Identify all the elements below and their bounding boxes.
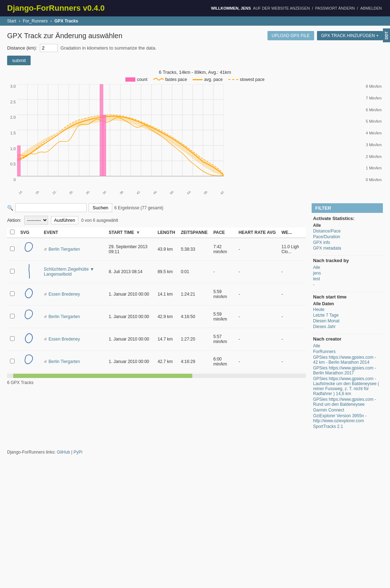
legend-fastest-label: fastes pace bbox=[165, 77, 187, 82]
filter-header: FILTER bbox=[312, 203, 383, 213]
row-pace: 7:42 min/km bbox=[210, 238, 236, 261]
x-label: 22.0-24.0km bbox=[52, 191, 66, 195]
breadcrumb: Start › For_Runners › GPX Tracks bbox=[0, 16, 390, 26]
x-label: 30.0-32.0km bbox=[85, 191, 99, 195]
filter-creator-laufstrecke[interactable]: GPSies https://www.gpsies.com - Laufstre… bbox=[313, 376, 381, 397]
x-label: 38.0-40.0km bbox=[119, 191, 133, 195]
nav-logout[interactable]: ABMELDEN bbox=[360, 6, 382, 10]
filter-creator-berlin2014[interactable]: GPSies https://www.gpsies.com - 42 km - … bbox=[313, 354, 381, 365]
row-select-checkbox[interactable] bbox=[10, 359, 15, 363]
loop-icon: ↺ bbox=[44, 315, 47, 319]
nav-password[interactable]: PASSWORT ÄNDERN bbox=[315, 6, 355, 10]
filter-time-alle[interactable]: Alle Daten bbox=[313, 301, 381, 307]
event-link[interactable]: Essen Bredeney bbox=[48, 292, 80, 297]
tracked-by-title: Nach tracked by bbox=[313, 258, 381, 263]
x-label: 46.0-48.0km bbox=[152, 191, 167, 195]
footer-github-link[interactable]: GitHub bbox=[57, 450, 70, 455]
filter-time-monat[interactable]: Diesen Monat bbox=[313, 318, 381, 324]
row-start-time: 1. Januar 2010 00:00 bbox=[106, 328, 155, 351]
breadcrumb-start[interactable]: Start bbox=[7, 19, 16, 24]
filter-creator-forrunners[interactable]: ForRunners bbox=[313, 349, 381, 354]
action-select[interactable]: --------- bbox=[24, 216, 48, 225]
event-link[interactable]: Berlin Tiergarten bbox=[48, 314, 80, 319]
upload-gpx-button[interactable]: UPLOAD GPX FILE bbox=[267, 31, 314, 40]
search-button[interactable]: Suchen bbox=[89, 203, 112, 212]
table-row: Schlüchtern Ziegelhütte ▼ Langenselbold … bbox=[7, 261, 306, 283]
event-link[interactable]: Berlin Tiergarten bbox=[48, 247, 80, 252]
ddt-badge: DDT bbox=[383, 29, 390, 42]
legend-avg-icon bbox=[193, 79, 203, 80]
row-svg bbox=[17, 306, 41, 328]
y-left-20: 2.0 bbox=[7, 115, 16, 119]
filter-time-7tage[interactable]: Letzte 7 Tage bbox=[313, 312, 381, 318]
row-svg bbox=[17, 351, 41, 373]
sidebar: FILTER Activate Statistics: Alle Distanc… bbox=[312, 203, 383, 434]
row-select-checkbox[interactable] bbox=[10, 314, 15, 318]
filter-creator-alle[interactable]: Alle bbox=[313, 343, 381, 349]
loop-icon: ↺ bbox=[44, 292, 47, 296]
row-zeitspanne: 1:27:20 bbox=[178, 328, 210, 351]
distance-input[interactable] bbox=[40, 44, 58, 52]
row-select-checkbox[interactable] bbox=[10, 269, 15, 273]
scrollbar-thumb bbox=[13, 374, 192, 378]
event-link[interactable]: Essen Bredeney bbox=[48, 337, 80, 342]
row-checkbox bbox=[7, 328, 17, 351]
row-heart-rate: - bbox=[236, 261, 279, 283]
row-select-checkbox[interactable] bbox=[10, 246, 15, 251]
y-right-5: 5 Min/km bbox=[366, 119, 383, 123]
filter-tracked-alle[interactable]: Alle bbox=[313, 265, 381, 270]
filter-time-jahr[interactable]: Dieses Jahr bbox=[313, 324, 381, 329]
filter-gpx-info[interactable]: GPX info bbox=[313, 240, 381, 245]
row-zeitspanne: 5:38:33 bbox=[178, 238, 210, 261]
row-pace: - bbox=[210, 261, 236, 283]
y-right-6: 6 Min/km bbox=[366, 108, 383, 112]
loop-icon: ↺ bbox=[44, 360, 47, 364]
row-svg bbox=[17, 328, 41, 351]
breadcrumb-forrunners[interactable]: For_Runners bbox=[23, 19, 48, 24]
row-start-time: 29. September 2013 09:11 bbox=[106, 238, 155, 261]
bar-3 bbox=[103, 115, 106, 176]
filter-gpx-metadata[interactable]: GPX metadata bbox=[313, 245, 381, 251]
search-input[interactable] bbox=[15, 203, 87, 212]
nav-website[interactable]: AUF DER WEBSITE ANZEIGEN bbox=[253, 6, 310, 10]
add-gpx-button[interactable]: GPX TRACK HINZUFÜGEN + bbox=[317, 31, 383, 40]
row-length: 89.5 km bbox=[155, 261, 178, 283]
filter-pace-duration[interactable]: Pace/Duration bbox=[313, 234, 381, 240]
submit-button[interactable]: submit bbox=[7, 56, 31, 65]
legend-fastest: fastes pace bbox=[153, 77, 187, 82]
loop-icon: ↺ bbox=[44, 247, 47, 251]
filter-tracked-jens[interactable]: jens bbox=[313, 270, 381, 276]
footer-pypi-link[interactable]: PyPi bbox=[74, 450, 83, 455]
filter-creator-garmin[interactable]: Garmin Connect bbox=[313, 407, 381, 413]
table-row: ↺ Berlin Tiergarten 1. Januar 2010 00:00… bbox=[7, 306, 306, 328]
col-zeitspanne: ZEITSPANNE bbox=[178, 227, 210, 238]
legend-fastest-icon bbox=[153, 77, 164, 82]
filter-distance-pace[interactable]: Distance/Pace bbox=[313, 228, 381, 234]
filter-alle[interactable]: Alle bbox=[313, 223, 381, 228]
horizontal-scrollbar[interactable] bbox=[7, 374, 306, 378]
action-execute-button[interactable]: Ausführen bbox=[51, 216, 78, 224]
row-select-checkbox[interactable] bbox=[10, 291, 15, 296]
filter-creator-rund[interactable]: GPSies https://www.gpsies.com - Rund um … bbox=[313, 397, 381, 407]
event-link[interactable]: Berlin Tiergarten bbox=[48, 359, 80, 364]
filter-creator-sporttracks[interactable]: SportTracks 2.1 bbox=[313, 424, 381, 429]
event-link[interactable]: Schlüchtern Ziegelhütte ▼ Langenselbold bbox=[44, 267, 94, 277]
x-label: 50.0-52.0km bbox=[169, 191, 183, 195]
result-count: 6 Ergebnisse (77 gesamt) bbox=[114, 205, 163, 210]
row-select-checkbox[interactable] bbox=[10, 336, 15, 341]
select-all-checkbox[interactable] bbox=[10, 230, 15, 234]
breadcrumb-current: GPX Tracks bbox=[54, 19, 78, 24]
col-start-time[interactable]: START TIME ▼ bbox=[106, 227, 155, 238]
filter-time-heute[interactable]: Heute bbox=[313, 307, 381, 312]
row-heart-rate: - bbox=[236, 351, 279, 373]
row-checkbox bbox=[7, 261, 17, 283]
filter-creator-ozi[interactable]: OziExplorer Version 3955n - http://www.o… bbox=[313, 413, 381, 424]
row-we: - bbox=[279, 351, 306, 373]
row-event: ↺ Essen Bredeney bbox=[41, 328, 106, 351]
filter-tracked-dash[interactable]: - bbox=[313, 282, 381, 287]
filter-creator-berlin2017[interactable]: GPSies https://www.gpsies.com - Berlin M… bbox=[313, 365, 381, 376]
page-footer: Django-ForRunners links: GitHub | PyPi bbox=[0, 446, 390, 458]
footer-count: 6 GPX Tracks bbox=[7, 380, 306, 385]
row-heart-rate: - bbox=[236, 306, 279, 328]
filter-tracked-test[interactable]: test bbox=[313, 276, 381, 282]
